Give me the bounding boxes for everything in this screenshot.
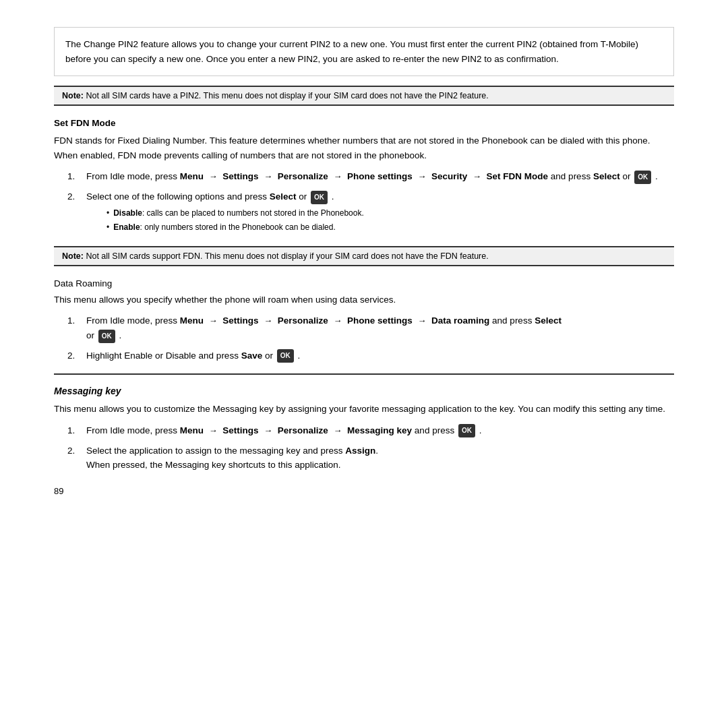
note2-text: Not all SIM cards support FDN. This menu… — [84, 251, 489, 261]
set-fdn-bullets: Disable: calls can be placed to numbers … — [107, 207, 674, 233]
step1-before: From Idle mode, press — [86, 171, 180, 181]
dr-step1-menu: Menu — [180, 315, 204, 326]
data-roaming-title: Data Roaming — [54, 278, 674, 289]
dr-step1-content: From Idle mode, press Menu → Settings → … — [86, 313, 674, 342]
messaging-key-steps: 1. From Idle mode, press Menu → Settings… — [67, 423, 674, 473]
dr-step1-data-roaming: Data roaming — [431, 315, 489, 326]
dr-arrow3: → — [331, 315, 344, 326]
mk-step1-menu: Menu — [180, 425, 204, 435]
dr-step2-before: Highlight Enable or Disable and press — [86, 351, 241, 361]
step1-content: From Idle mode, press Menu → Settings → … — [86, 169, 674, 184]
arrow4: → — [415, 171, 429, 181]
mk-arrow2: → — [262, 425, 275, 435]
dr-step1-or: or — [86, 330, 97, 340]
disable-text: : calls can be placed to numbers not sto… — [142, 207, 364, 219]
messaging-key-desc: This menu allows you to customize the Me… — [54, 402, 674, 417]
step2-select: Select — [270, 191, 297, 202]
step1-security: Security — [431, 171, 467, 181]
mk-step1: 1. From Idle mode, press Menu → Settings… — [67, 423, 674, 438]
step1-phone-settings: Phone settings — [347, 171, 413, 181]
enable-text: : only numbers stored in the Phonebook c… — [140, 221, 336, 233]
mk-step1-ok-badge: OK — [458, 424, 475, 437]
messaging-key-title: Messaging key — [54, 386, 674, 396]
messaging-key-section: Messaging key This menu allows you to cu… — [54, 386, 674, 473]
mk-step2-period: . — [375, 446, 378, 456]
disable-label: Disable — [113, 207, 142, 219]
dr-step1-select: Select — [535, 315, 562, 326]
page-number: 89 — [54, 486, 674, 496]
note1-bar: Note: Not all SIM cards have a PIN2. Thi… — [54, 86, 674, 106]
step1-period: . — [653, 171, 658, 181]
step1-select: Select — [593, 171, 620, 181]
arrow3: → — [331, 171, 344, 181]
dr-step2-or: or — [262, 351, 276, 361]
dr-step2-content: Highlight Enable or Disable and press Sa… — [86, 348, 674, 363]
mk-step1-after: and press — [412, 425, 457, 435]
mk-step1-settings: Settings — [222, 425, 258, 435]
step2-content: Select one of the following options and … — [86, 189, 674, 235]
step2-before: Select one of the following options and … — [86, 191, 270, 202]
arrow1: → — [206, 171, 220, 181]
step1-set-fdn: Set FDN Mode — [487, 171, 549, 181]
mk-step1-num: 1. — [67, 423, 86, 438]
arrow5: → — [470, 171, 483, 181]
dr-step1-personalize: Personalize — [278, 315, 328, 326]
dr-arrow1: → — [206, 315, 220, 326]
set-fdn-step2: 2. Select one of the following options a… — [67, 189, 674, 235]
dr-step2-num: 2. — [67, 348, 86, 363]
set-fdn-section: Set FDN Mode FDN stands for Fixed Dialin… — [54, 118, 674, 235]
mk-step1-before: From Idle mode, press — [86, 425, 180, 435]
dr-step1-settings: Settings — [222, 315, 258, 326]
dr-step2-save: Save — [241, 351, 263, 361]
step2-ok-badge: OK — [311, 191, 328, 204]
dr-arrow4: → — [415, 315, 429, 326]
set-fdn-title: Set FDN Mode — [54, 118, 674, 128]
enable-label: Enable — [113, 221, 140, 233]
step1-ok-badge: OK — [634, 171, 651, 184]
step1-settings: Settings — [222, 171, 258, 181]
bullet-enable: Enable: only numbers stored in the Phone… — [107, 221, 674, 233]
step1-num: 1. — [67, 169, 86, 184]
dr-step1-period: . — [117, 330, 122, 340]
mk-step2-sub: When pressed, the Messaging key shortcut… — [86, 460, 340, 470]
dr-step1-ok-badge: OK — [98, 330, 115, 343]
note1-text: Not all SIM cards have a PIN2. This menu… — [84, 91, 489, 100]
intro-box: The Change PIN2 feature allows you to ch… — [54, 27, 674, 76]
step1-personalize: Personalize — [278, 171, 328, 181]
step1-or: or — [620, 171, 634, 181]
data-roaming-section: Data Roaming This menu allows you specif… — [54, 278, 674, 363]
data-roaming-desc: This menu allows you specify whether the… — [54, 293, 674, 307]
step1-after: and press — [548, 171, 593, 181]
dr-step1-before: From Idle mode, press — [86, 315, 180, 326]
mk-step1-period: . — [477, 425, 482, 435]
step2-num: 2. — [67, 189, 86, 204]
set-fdn-desc: FDN stands for Fixed Dialing Number. Thi… — [54, 133, 674, 162]
step2-period: . — [329, 191, 334, 202]
data-roaming-step2: 2. Highlight Enable or Disable and press… — [67, 348, 674, 363]
intro-text: The Change PIN2 feature allows you to ch… — [65, 39, 638, 64]
divider — [54, 373, 674, 375]
step2-or: or — [296, 191, 309, 202]
mk-arrow1: → — [206, 425, 220, 435]
mk-step2-num: 2. — [67, 444, 86, 458]
dr-step1-num: 1. — [67, 313, 86, 328]
set-fdn-steps: 1. From Idle mode, press Menu → Settings… — [67, 169, 674, 235]
set-fdn-step1: 1. From Idle mode, press Menu → Settings… — [67, 169, 674, 184]
mk-step2-assign: Assign — [345, 446, 375, 456]
bullet-disable: Disable: calls can be placed to numbers … — [107, 207, 674, 219]
mk-step2-before: Select the application to assign to the … — [86, 446, 345, 456]
dr-step2-ok-badge: OK — [277, 349, 294, 363]
mk-step2: 2. Select the application to assign to t… — [67, 444, 674, 473]
note2-bar: Note: Not all SIM cards support FDN. Thi… — [54, 246, 674, 266]
data-roaming-step1: 1. From Idle mode, press Menu → Settings… — [67, 313, 674, 342]
mk-arrow3: → — [331, 425, 344, 435]
step1-menu: Menu — [180, 171, 204, 181]
mk-step2-content: Select the application to assign to the … — [86, 444, 674, 473]
data-roaming-steps: 1. From Idle mode, press Menu → Settings… — [67, 313, 674, 363]
dr-step1-after: and press — [489, 315, 535, 326]
dr-arrow2: → — [262, 315, 275, 326]
mk-step1-messaging-key: Messaging key — [347, 425, 412, 435]
mk-step1-content: From Idle mode, press Menu → Settings → … — [86, 423, 674, 438]
mk-step1-personalize: Personalize — [278, 425, 328, 435]
dr-step2-period: . — [295, 351, 301, 361]
